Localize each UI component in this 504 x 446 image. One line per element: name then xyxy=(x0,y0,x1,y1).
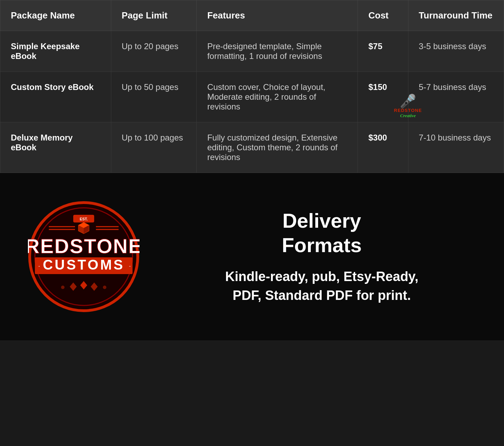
header-features: Features xyxy=(197,0,358,31)
svg-point-22 xyxy=(103,286,106,289)
header-cost: Cost xyxy=(358,0,408,31)
cell-package-name: Deluxe Memory eBook xyxy=(0,122,111,173)
delivery-info: DeliveryFormats Kindle-ready, pub, Etsy-… xyxy=(167,209,476,305)
cell-cost: $300 xyxy=(358,122,408,173)
cell-turnaround: 5-7 business days xyxy=(408,72,504,122)
svg-text:EST.: EST. xyxy=(80,217,88,221)
svg-text:CUSTOMS: CUSTOMS xyxy=(43,257,125,272)
cell-package-name: Simple Keepsake eBook xyxy=(0,31,111,72)
bottom-section: EST. REDSTONE REDSTONE xyxy=(0,173,504,340)
cell-features: Pre-designed template, Simple formatting… xyxy=(197,31,358,72)
table-row: Deluxe Memory eBookUp to 100 pagesFully … xyxy=(0,122,504,173)
header-page-limit: Page Limit xyxy=(111,0,196,31)
watermark-badge: 🎤 REDSTONE Creative xyxy=(394,95,422,119)
redstone-customs-logo: EST. REDSTONE REDSTONE xyxy=(28,201,140,312)
svg-text:-: - xyxy=(38,263,40,269)
redstone-logo-area: EST. REDSTONE REDSTONE xyxy=(28,201,140,312)
delivery-formats-text: Kindle-ready, pub, Etsy-Ready,PDF, Stand… xyxy=(167,267,476,304)
table-header-row: Package Name Page Limit Features Cost Tu… xyxy=(0,0,504,31)
svg-point-21 xyxy=(61,286,65,289)
cell-turnaround: 7-10 business days xyxy=(408,122,504,173)
cell-page-limit: Up to 20 pages xyxy=(111,31,196,72)
cell-cost: $75 xyxy=(358,31,408,72)
svg-text:REDSTONE: REDSTONE xyxy=(28,235,140,257)
pricing-table-section: Package Name Page Limit Features Cost Tu… xyxy=(0,0,504,173)
delivery-title: DeliveryFormats xyxy=(167,209,476,257)
svg-text:-: - xyxy=(129,263,131,269)
cell-page-limit: Up to 50 pages xyxy=(111,72,196,122)
pricing-table: Package Name Page Limit Features Cost Tu… xyxy=(0,0,504,173)
cell-cost: $150 🎤 REDSTONE Creative xyxy=(358,72,408,122)
header-turnaround: Turnaround Time xyxy=(408,0,504,31)
cell-turnaround: 3-5 business days xyxy=(408,31,504,72)
table-row: Simple Keepsake eBookUp to 20 pagesPre-d… xyxy=(0,31,504,72)
table-row: Custom Story eBookUp to 50 pagesCustom c… xyxy=(0,72,504,122)
header-package-name: Package Name xyxy=(0,0,111,31)
cell-page-limit: Up to 100 pages xyxy=(111,122,196,173)
cell-features: Custom cover, Choice of layout, Moderate… xyxy=(197,72,358,122)
cell-package-name: Custom Story eBook xyxy=(0,72,111,122)
cell-features: Fully customized design, Extensive editi… xyxy=(197,122,358,173)
